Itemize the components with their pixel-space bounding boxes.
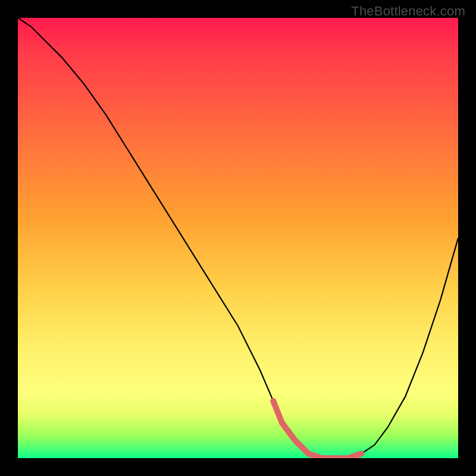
attribution-text: TheBottleneck.com — [351, 4, 465, 19]
chart-plot-area — [18, 18, 458, 458]
chart-frame: TheBottleneck.com — [0, 0, 476, 476]
